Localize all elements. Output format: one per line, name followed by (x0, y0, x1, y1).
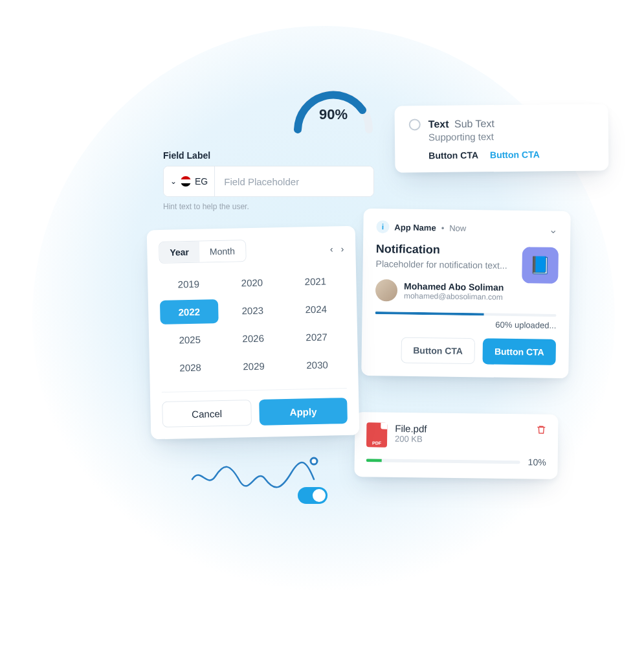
chevron-down-icon: ⌄ (170, 177, 177, 186)
year-picker: Year Month ‹ › 2019 2020 2021 2022 2023 … (147, 226, 360, 440)
notification-button-secondary[interactable]: Button CTA (401, 337, 475, 365)
year-option-selected[interactable]: 2022 (160, 299, 219, 324)
notification-button-primary[interactable]: Button CTA (483, 338, 556, 365)
year-option[interactable]: 2026 (224, 326, 283, 351)
year-option[interactable]: 2029 (225, 354, 283, 379)
upload-progress-bar (375, 312, 557, 317)
tab-month[interactable]: Month (199, 240, 246, 262)
year-option[interactable]: 2023 (223, 298, 282, 323)
file-size: 200 KB (395, 434, 528, 446)
collapse-chevron-icon[interactable]: ⌄ (549, 223, 557, 235)
text-card-button-ghost[interactable]: Button CTA (428, 150, 478, 161)
avatar (375, 279, 397, 301)
svg-point-0 (311, 458, 317, 464)
upload-progress-label: 60% uploaded... (375, 318, 556, 330)
field-label: Field Label (163, 150, 374, 161)
info-icon: i (376, 220, 389, 233)
year-option[interactable]: 2028 (161, 355, 220, 380)
year-option[interactable]: 2019 (159, 271, 218, 297)
apply-button[interactable]: Apply (259, 398, 348, 426)
toggle-switch[interactable] (298, 487, 328, 504)
notification-thumbnail: 📘 (522, 247, 559, 284)
field-row: ⌄ EG (163, 166, 374, 197)
phone-field-group: Field Label ⌄ EG Hint text to help the u… (163, 150, 374, 211)
year-option[interactable]: 2027 (287, 324, 346, 350)
next-arrow-icon[interactable]: › (340, 244, 344, 254)
radio-unchecked[interactable] (409, 119, 421, 130)
field-hint: Hint text to help the user. (163, 202, 374, 211)
text-card-subtitle: Sub Text (454, 118, 494, 130)
file-progress-bar (366, 459, 520, 464)
pdf-file-icon (366, 422, 387, 447)
country-code: EG (195, 176, 208, 187)
year-option[interactable]: 2021 (286, 269, 345, 294)
flag-icon (181, 176, 191, 187)
year-option[interactable]: 2025 (161, 327, 219, 352)
upload-progress-fill (375, 312, 484, 315)
text-card-button-link[interactable]: Button CTA (490, 149, 540, 160)
text-option-card[interactable]: Text Sub Text Supporting text Button CTA… (394, 104, 608, 172)
year-grid: 2019 2020 2021 2022 2023 2024 2025 2026 … (159, 269, 346, 380)
file-progress-fill (366, 459, 382, 462)
year-month-segment: Year Month (159, 240, 246, 264)
prev-arrow-icon[interactable]: ‹ (330, 244, 333, 254)
progress-gauge: 90% (285, 78, 382, 123)
year-option[interactable]: 2024 (287, 297, 346, 322)
year-option[interactable]: 2020 (223, 270, 282, 295)
dot-separator: • (441, 223, 445, 233)
file-upload-card: File.pdf 200 KB 10% (354, 412, 558, 479)
field-input[interactable] (215, 166, 373, 196)
trash-icon[interactable] (536, 425, 546, 438)
cancel-button[interactable]: Cancel (162, 400, 252, 427)
tab-year[interactable]: Year (159, 242, 199, 263)
year-option[interactable]: 2030 (288, 352, 347, 378)
notification-app-name: App Name (394, 222, 436, 233)
sparkline (191, 453, 327, 492)
file-progress-label: 10% (528, 457, 546, 467)
notification-card: i App Name • Now ⌄ 📘 Notification Placeh… (361, 209, 571, 378)
country-select[interactable]: ⌄ EG (164, 166, 215, 196)
text-card-supporting: Supporting text (428, 130, 594, 143)
text-card-title: Text (428, 119, 449, 130)
user-email: mohamed@abosoliman.com (404, 291, 504, 302)
notification-time: Now (449, 223, 466, 233)
